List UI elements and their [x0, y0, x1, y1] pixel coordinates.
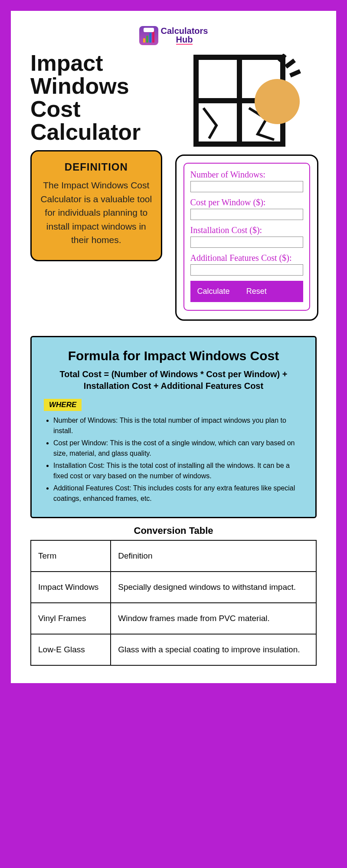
input-num-windows[interactable]	[190, 181, 303, 192]
input-installation[interactable]	[190, 237, 303, 248]
formula-box: Formula for Impact Windows Cost Total Co…	[30, 336, 317, 518]
where-item: Number of Windows: This is the total num…	[53, 415, 303, 436]
table-cell: Window frames made from PVC material.	[111, 603, 316, 634]
svg-line-5	[290, 71, 300, 76]
table-row: Impact Windows Specially designed window…	[31, 572, 316, 603]
where-item: Additional Features Cost: This includes …	[53, 483, 303, 504]
calculate-button[interactable]: Calculate	[197, 287, 230, 296]
formula-equation: Total Cost = (Number of Windows * Cost p…	[44, 368, 303, 392]
label-additional: Additional Features Cost ($):	[190, 253, 303, 263]
table-cell: Term	[31, 540, 111, 572]
where-item: Installation Cost: This is the total cos…	[53, 460, 303, 481]
where-item: Cost per Window: This is the cost of a s…	[53, 438, 303, 459]
page-title: Impact Windows Cost Calculator	[30, 52, 162, 144]
label-num-windows: Number of Windows:	[190, 170, 303, 180]
where-tag: WHERE	[44, 399, 82, 411]
table-cell: Impact Windows	[31, 572, 111, 603]
input-cost-per-window[interactable]	[190, 209, 303, 220]
svg-point-3	[255, 79, 300, 124]
table-cell: Low-E Glass	[31, 634, 111, 665]
table-cell: Glass with a special coating to improve …	[111, 634, 316, 665]
table-title: Conversion Table	[30, 525, 317, 536]
broken-window-icon	[193, 54, 301, 151]
definition-heading: DEFINITION	[39, 161, 153, 173]
table-cell: Specially designed windows to withstand …	[111, 572, 316, 603]
svg-line-4	[286, 60, 295, 67]
input-additional[interactable]	[190, 264, 303, 276]
table-row: Vinyl Frames Window frames made from PVC…	[31, 603, 316, 634]
conversion-table: Term Definition Impact Windows Specially…	[30, 540, 317, 666]
table-cell: Vinyl Frames	[31, 603, 111, 634]
logo-text-1: Calculators	[161, 26, 208, 36]
logo-icon	[139, 26, 158, 45]
definition-box: DEFINITION The Impact Windows Cost Calcu…	[30, 150, 162, 261]
site-logo: Calculators Hub	[30, 22, 317, 52]
formula-heading: Formula for Impact Windows Cost	[44, 348, 303, 364]
where-list: Number of Windows: This is the total num…	[44, 415, 303, 504]
logo-text-2: Hub	[176, 35, 193, 45]
label-cost-per-window: Cost per Window ($):	[190, 197, 303, 207]
calculator-panel: Number of Windows: Cost per Window ($): …	[175, 155, 318, 321]
definition-body: The Impact Windows Cost Calculator is a …	[39, 178, 153, 247]
table-row: Low-E Glass Glass with a special coating…	[31, 634, 316, 665]
label-installation: Installation Cost ($):	[190, 225, 303, 235]
table-row: Term Definition	[31, 540, 316, 572]
table-cell: Definition	[111, 540, 316, 572]
reset-button[interactable]: Reset	[246, 287, 267, 296]
